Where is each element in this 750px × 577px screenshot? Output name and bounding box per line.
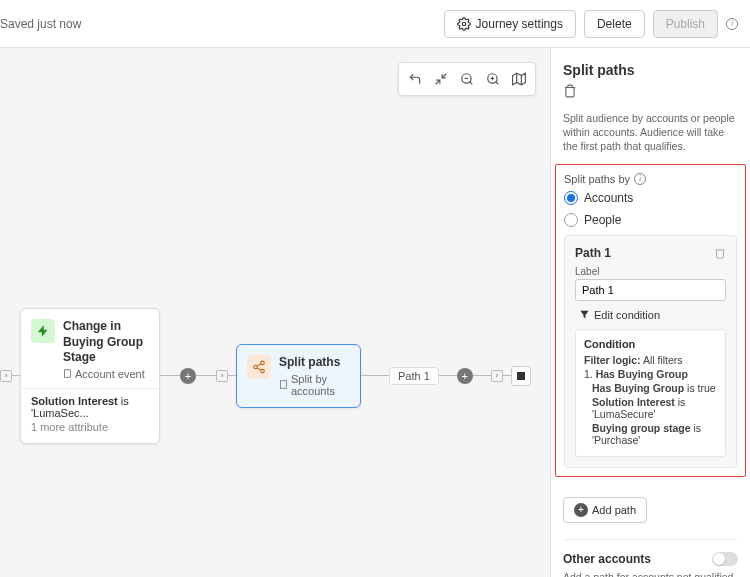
svg-point-18 [261, 361, 265, 365]
other-accounts-description: Add a path for accounts not qualified fo… [563, 570, 738, 577]
svg-line-21 [257, 368, 261, 370]
node-subtitle: Account event [63, 368, 149, 380]
filter-icon [579, 309, 590, 320]
connector [361, 375, 389, 376]
zoom-in-icon[interactable] [481, 67, 505, 91]
svg-rect-23 [281, 381, 287, 389]
highlight-box: Split paths by i Accounts People Path 1 … [555, 164, 746, 477]
svg-line-1 [442, 74, 446, 78]
connector [12, 375, 20, 376]
svg-point-0 [462, 22, 466, 26]
plus-icon: + [574, 503, 588, 517]
chevron-icon: › [491, 370, 503, 382]
connector [196, 375, 216, 376]
other-accounts-toggle[interactable] [712, 552, 738, 566]
node-title: Change in Buying Group Stage [63, 319, 149, 366]
add-node-button[interactable]: + [180, 368, 196, 384]
label-label: Label [575, 266, 726, 277]
topbar: Saved just now Journey settings Delete P… [0, 0, 750, 48]
path-title: Path 1 [575, 246, 611, 260]
radio-icon [564, 213, 578, 227]
topbar-actions: Journey settings Delete Publish i [444, 10, 738, 38]
chevron-icon: › [216, 370, 228, 382]
path-label[interactable]: Path 1 [389, 367, 439, 385]
sidebar-description: Split audience by accounts or people wit… [563, 111, 738, 154]
divider [563, 539, 738, 540]
svg-point-20 [261, 369, 265, 373]
sidebar: Split paths Split audience by accounts o… [550, 48, 750, 577]
info-icon[interactable]: i [634, 173, 646, 185]
add-path-button[interactable]: + Add path [563, 497, 647, 523]
radio-people[interactable]: People [564, 213, 737, 227]
split-by-label: Split paths by i [564, 173, 737, 185]
connector [503, 375, 511, 376]
delete-button[interactable]: Delete [584, 10, 645, 38]
building-icon [279, 380, 288, 389]
other-accounts-header: Other accounts [563, 552, 738, 566]
building-icon [63, 369, 72, 378]
main: › Change in Buying Group Stage Account e… [0, 48, 750, 577]
condition-box: Condition Filter logic: All filters 1. H… [575, 329, 726, 457]
other-accounts-title: Other accounts [563, 552, 651, 566]
svg-line-22 [257, 364, 261, 366]
svg-rect-13 [65, 370, 71, 378]
connector [439, 375, 457, 376]
delete-node-button[interactable] [563, 84, 577, 98]
svg-line-2 [436, 80, 440, 84]
gear-icon [457, 17, 471, 31]
lightning-icon [31, 319, 55, 343]
split-icon [247, 355, 271, 379]
node-more-attributes: 1 more attribute [31, 421, 149, 433]
end-node[interactable] [511, 366, 531, 386]
node-attribute: Solution Interest is 'LumaSec... [31, 395, 149, 419]
filter-logic: Filter logic: All filters [584, 354, 717, 366]
add-node-button[interactable]: + [457, 368, 473, 384]
connector [473, 375, 491, 376]
stop-icon [517, 372, 525, 380]
connector [228, 375, 236, 376]
node-title: Split paths [279, 355, 350, 371]
journey-settings-button[interactable]: Journey settings [444, 10, 576, 38]
map-icon[interactable] [507, 67, 531, 91]
node-split-paths[interactable]: Split paths Split by accounts [236, 344, 361, 408]
radio-accounts[interactable]: Accounts [564, 191, 737, 205]
radio-icon [564, 191, 578, 205]
sidebar-title: Split paths [563, 62, 738, 78]
delete-path-button[interactable] [714, 247, 726, 259]
svg-point-19 [254, 365, 258, 369]
node-change-buying-group[interactable]: Change in Buying Group Stage Account eve… [20, 308, 160, 444]
save-status: Saved just now [0, 17, 81, 31]
undo-icon[interactable] [403, 67, 427, 91]
connector [160, 375, 180, 376]
canvas[interactable]: › Change in Buying Group Stage Account e… [0, 48, 550, 577]
svg-marker-10 [513, 73, 526, 85]
zoom-out-icon[interactable] [455, 67, 479, 91]
condition-rule: 1. Has Buying Group [584, 368, 717, 380]
condition-rule: Solution Interest is 'LumaSecure' [592, 396, 717, 420]
publish-button[interactable]: Publish [653, 10, 718, 38]
info-icon[interactable]: i [726, 18, 738, 30]
collapse-icon[interactable] [429, 67, 453, 91]
condition-rule: Has Buying Group is true [592, 382, 717, 394]
condition-rule: Buying group stage is 'Purchase' [592, 422, 717, 446]
flow-start-icon: › [0, 370, 12, 382]
svg-line-4 [470, 82, 473, 85]
node-subtitle: Split by accounts [279, 373, 350, 397]
flow: › Change in Buying Group Stage Account e… [0, 308, 531, 444]
svg-line-7 [496, 82, 499, 85]
condition-title: Condition [584, 338, 717, 350]
edit-condition-button[interactable]: Edit condition [579, 309, 726, 321]
path-label-input[interactable] [575, 279, 726, 301]
path-card: Path 1 Label Edit condition Condition Fi… [564, 235, 737, 468]
canvas-toolbar [398, 62, 536, 96]
